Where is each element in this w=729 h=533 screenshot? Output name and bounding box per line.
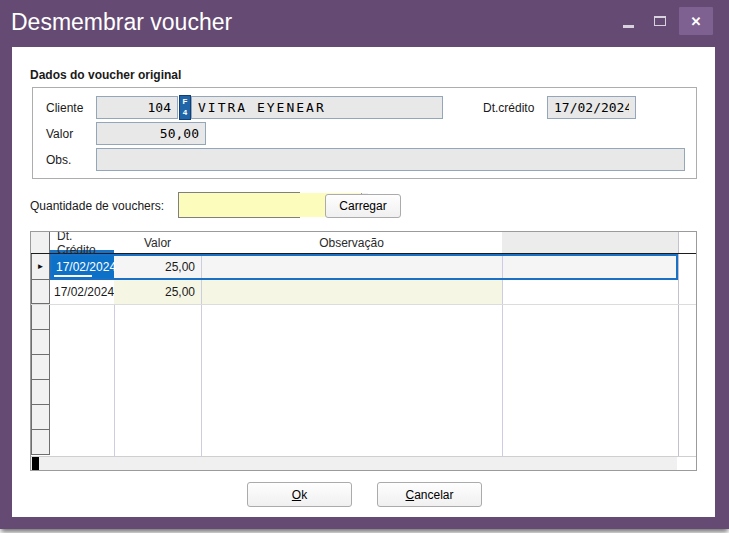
scrollbar-thumb[interactable] xyxy=(32,457,39,471)
obs-label: Obs. xyxy=(46,153,71,167)
cell-valor[interactable]: 25,00 xyxy=(114,256,201,278)
obs-field[interactable] xyxy=(96,148,685,171)
row-selector-cell[interactable] xyxy=(31,430,50,455)
minimize-icon xyxy=(623,25,634,28)
grid-header-row: Dt. Crédito Valor Observação xyxy=(31,232,696,254)
grid-row-gutter xyxy=(678,254,696,280)
grid-header-selector xyxy=(31,232,50,253)
maximize-button[interactable] xyxy=(646,7,674,35)
dialog-window: Desmembrar voucher ✕ Dados do voucher or… xyxy=(0,0,729,529)
horizontal-scrollbar[interactable] xyxy=(31,456,696,471)
cell-dt-credito[interactable]: 17/02/2024 xyxy=(50,280,114,304)
cliente-lookup-f4-button[interactable]: F4 xyxy=(179,95,191,120)
ok-rest: k xyxy=(301,488,307,502)
row-cells: 17/02/2024 25,00 xyxy=(50,280,678,304)
valor-label: Valor xyxy=(46,127,73,141)
scrollbar-corner xyxy=(677,457,696,471)
row-selector-cell[interactable] xyxy=(31,355,50,380)
grid-empty-columns xyxy=(50,305,696,456)
dialog-client-area: Dados do voucher original Cliente F4 Dt.… xyxy=(12,47,715,517)
cliente-code-field[interactable] xyxy=(96,96,178,119)
ok-button[interactable]: Ok xyxy=(247,482,352,507)
quantity-label: Quantidade de vouchers: xyxy=(30,199,164,213)
empty-col-observacao xyxy=(201,305,502,456)
table-row[interactable]: 17/02/2024 25,00 xyxy=(31,280,696,305)
row-selector-column xyxy=(31,305,50,456)
close-icon: ✕ xyxy=(691,15,702,28)
title-bar: Desmembrar voucher ✕ xyxy=(0,0,729,47)
dt-credito-label: Dt.crédito xyxy=(483,101,534,115)
window-title: Desmembrar voucher xyxy=(11,9,232,36)
empty-col-gutter xyxy=(678,305,696,456)
voucher-quantity-stepper: ▲ ▼ xyxy=(178,192,300,218)
cell-extra[interactable] xyxy=(502,280,678,304)
f4-label-bottom: 4 xyxy=(183,108,187,118)
row-selector-cell[interactable] xyxy=(31,330,50,355)
cancel-button[interactable]: Cancelar xyxy=(377,482,482,507)
close-button[interactable]: ✕ xyxy=(679,7,713,35)
grid-header-dt-credito[interactable]: Dt. Crédito xyxy=(50,232,114,253)
f4-label-top: F xyxy=(183,97,188,107)
grid-header-empty xyxy=(502,232,678,253)
selected-row-cells: 17/02/2024 25,00 xyxy=(50,254,678,280)
row-selector-cell[interactable] xyxy=(31,380,50,405)
cancel-rest: ancelar xyxy=(414,488,453,502)
empty-col-dt xyxy=(50,305,114,456)
grid-header-valor[interactable]: Valor xyxy=(114,232,201,253)
empty-col-valor xyxy=(114,305,201,456)
grid-header-observacao[interactable]: Observação xyxy=(201,232,502,253)
table-row[interactable]: ► 17/02/2024 25,00 xyxy=(31,254,696,280)
cell-extra[interactable] xyxy=(502,256,676,278)
cancel-accel: C xyxy=(405,488,414,502)
carregar-button[interactable]: Carregar xyxy=(325,194,401,218)
cliente-name-field[interactable] xyxy=(191,96,443,119)
ok-accel: O xyxy=(292,488,301,502)
vouchers-grid: Dt. Crédito Valor Observação ► 17/02/202… xyxy=(30,231,697,471)
valor-field[interactable] xyxy=(96,122,206,145)
row-selector-cell[interactable] xyxy=(31,405,50,430)
row-indicator-cell[interactable]: ► xyxy=(31,254,50,280)
grid-empty-area xyxy=(31,305,696,456)
cell-observacao[interactable] xyxy=(201,280,502,304)
grid-row-gutter xyxy=(678,280,696,304)
row-selector-cell[interactable] xyxy=(31,305,50,330)
cell-observacao[interactable] xyxy=(201,256,502,278)
dt-credito-field[interactable] xyxy=(547,96,636,119)
minimize-button[interactable] xyxy=(614,7,642,35)
cell-dt-credito[interactable]: 17/02/2024 xyxy=(52,256,114,278)
cell-valor[interactable]: 25,00 xyxy=(114,280,201,304)
group-title: Dados do voucher original xyxy=(30,68,181,82)
cliente-label: Cliente xyxy=(46,101,83,115)
grid-header-gutter xyxy=(678,232,696,253)
original-voucher-groupbox: Cliente F4 Dt.crédito Valor Obs. xyxy=(32,87,697,179)
empty-col-extra xyxy=(502,305,678,456)
row-selector-cell[interactable] xyxy=(31,280,50,304)
maximize-icon xyxy=(654,16,666,26)
